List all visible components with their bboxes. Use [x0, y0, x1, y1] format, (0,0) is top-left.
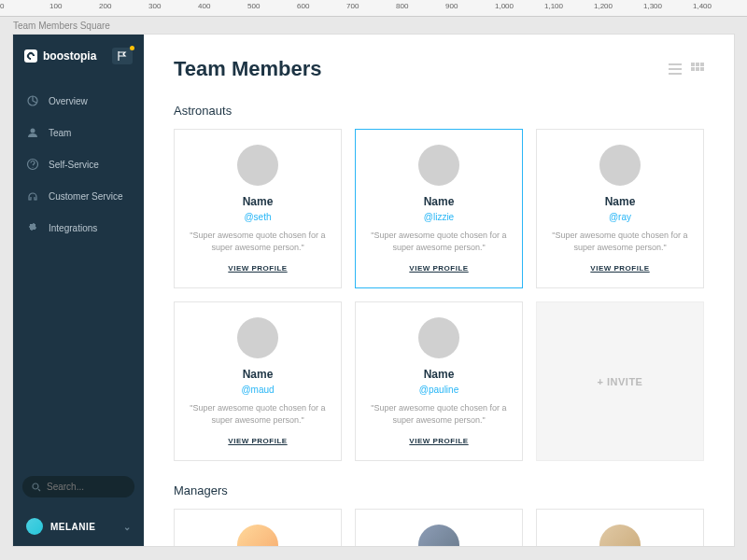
svg-rect-4	[691, 63, 695, 66]
avatar-placeholder	[418, 317, 459, 358]
view-profile-link[interactable]: VIEW PROFILE	[367, 437, 511, 445]
ruler-horizontal: 01002003004005006007008009001,0001,1001,…	[0, 0, 747, 17]
member-name: Name	[548, 195, 692, 208]
artboard-label: Team Members Square	[0, 17, 747, 35]
pie-icon	[26, 94, 39, 107]
member-handle: @seth	[186, 212, 330, 222]
view-profile-link[interactable]: VIEW PROFILE	[367, 264, 511, 273]
avatar-placeholder	[237, 317, 278, 358]
brand-name: boostopia	[43, 49, 96, 63]
avatar-placeholder	[237, 145, 278, 186]
member-quote: "Super awesome quote chosen for a super …	[186, 402, 330, 426]
avatar	[26, 518, 43, 535]
member-name: Name	[367, 195, 511, 208]
avatar-placeholder	[418, 145, 459, 186]
svg-point-3	[33, 483, 38, 489]
list-icon	[669, 63, 682, 76]
avatar	[599, 525, 641, 546]
member-handle: @ray	[548, 212, 692, 222]
current-user-name: MELANIE	[50, 522, 96, 532]
nav-label: Customer Service	[49, 191, 122, 202]
member-name: Name	[186, 195, 330, 208]
nav-label: Self-Service	[49, 160, 99, 170]
sidebar-item-customer-service[interactable]: Customer Service	[13, 180, 144, 212]
page-title: Team Members	[174, 57, 322, 81]
svg-rect-5	[696, 63, 699, 66]
brand-row: boostopia	[13, 35, 144, 77]
nav-label: Overview	[49, 96, 88, 106]
invite-card[interactable]: + INVITE	[536, 301, 704, 461]
member-card[interactable]: Name@lizzie"Super awesome quote chosen f…	[355, 129, 523, 288]
sidebar: boostopia OverviewTeamSelf-ServiceCustom…	[13, 35, 144, 546]
user-icon	[26, 126, 39, 139]
member-card[interactable]	[536, 509, 704, 546]
sidebar-item-team[interactable]: Team	[13, 117, 144, 148]
list-view-toggle[interactable]	[669, 63, 682, 76]
view-toggle-group	[669, 63, 704, 76]
nav-label: Integrations	[49, 223, 97, 233]
svg-rect-6	[700, 63, 704, 66]
managers-grid	[174, 509, 704, 546]
sidebar-item-integrations[interactable]: Integrations	[13, 212, 144, 244]
member-card[interactable]	[355, 509, 523, 546]
member-card[interactable]: Name@pauline"Super awesome quote chosen …	[355, 301, 523, 461]
brand-logo-icon	[24, 49, 37, 63]
member-handle: @maud	[186, 385, 330, 395]
member-handle: @lizzie	[367, 212, 511, 222]
member-name: Name	[186, 368, 330, 381]
current-user-row[interactable]: MELANIE ⌄	[13, 507, 144, 546]
title-row: Team Members	[174, 57, 704, 81]
search-box[interactable]	[22, 476, 134, 497]
flag-button[interactable]	[112, 48, 133, 64]
member-card[interactable]: Name@ray"Super awesome quote chosen for …	[536, 129, 704, 288]
member-quote: "Super awesome quote chosen for a super …	[367, 230, 511, 253]
sidebar-item-self-service[interactable]: Self-Service	[13, 148, 144, 180]
avatar	[237, 525, 278, 546]
help-icon	[26, 158, 39, 171]
artboard-canvas: boostopia OverviewTeamSelf-ServiceCustom…	[13, 35, 734, 546]
headset-icon	[26, 189, 39, 203]
member-quote: "Super awesome quote chosen for a super …	[186, 230, 330, 253]
avatar-placeholder	[599, 145, 641, 186]
view-profile-link[interactable]: VIEW PROFILE	[186, 264, 330, 273]
member-quote: "Super awesome quote chosen for a super …	[367, 402, 511, 426]
section-heading-astronauts: Astronauts	[174, 104, 704, 118]
member-handle: @pauline	[367, 385, 511, 395]
flag-icon	[118, 51, 127, 61]
grid-icon	[691, 63, 704, 76]
svg-rect-9	[700, 67, 704, 71]
svg-point-1	[31, 129, 35, 133]
nav-label: Team	[49, 128, 71, 138]
avatar	[418, 525, 459, 546]
svg-rect-7	[691, 67, 695, 71]
view-profile-link[interactable]: VIEW PROFILE	[186, 437, 330, 445]
sidebar-item-overview[interactable]: Overview	[13, 85, 144, 117]
member-name: Name	[367, 368, 511, 381]
member-card[interactable]: Name@maud"Super awesome quote chosen for…	[174, 301, 342, 461]
member-card[interactable]	[174, 509, 342, 546]
chevron-down-icon: ⌄	[123, 522, 132, 532]
search-input[interactable]	[47, 482, 121, 492]
nav: OverviewTeamSelf-ServiceCustomer Service…	[13, 77, 144, 467]
puzzle-icon	[26, 221, 39, 234]
grid-view-toggle[interactable]	[691, 63, 704, 76]
view-profile-link[interactable]: VIEW PROFILE	[548, 264, 692, 273]
section-heading-managers: Managers	[174, 483, 704, 497]
svg-rect-8	[696, 67, 699, 71]
astronauts-grid: Name@seth"Super awesome quote chosen for…	[174, 129, 704, 461]
main-content: Team Members Astronauts Name@seth"Super …	[144, 35, 734, 546]
member-card[interactable]: Name@seth"Super awesome quote chosen for…	[174, 129, 342, 288]
search-icon	[32, 483, 41, 492]
member-quote: "Super awesome quote chosen for a super …	[548, 230, 692, 253]
